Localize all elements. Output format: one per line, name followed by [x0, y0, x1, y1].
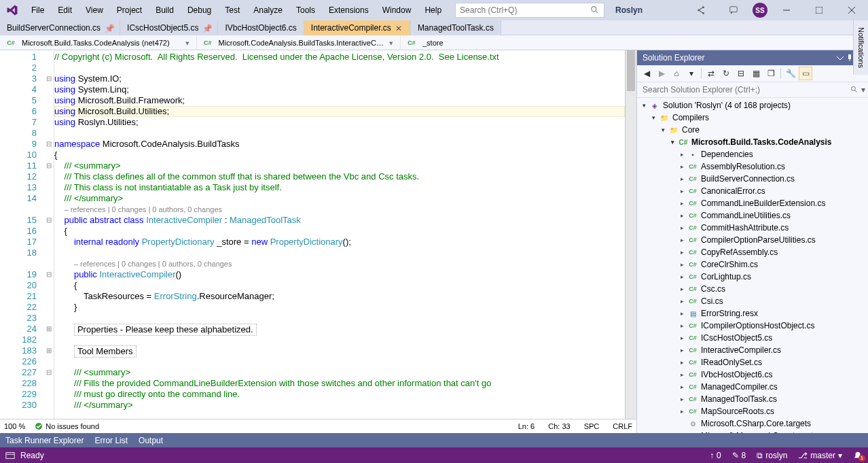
tab[interactable]: BuildServerConnection.cs📌 — [0, 20, 120, 35]
menu-debug[interactable]: Debug — [182, 3, 217, 18]
menu-edit[interactable]: Edit — [52, 3, 77, 18]
tree-twisty[interactable] — [678, 236, 686, 244]
repository-name[interactable]: ⧉ roslyn — [757, 451, 787, 460]
tree-twisty[interactable] — [668, 138, 676, 146]
maximize-button[interactable] — [806, 1, 833, 20]
fold-toggle[interactable]: ⊟ — [43, 269, 54, 280]
sync-icon[interactable]: ⇄ — [704, 67, 718, 80]
breadcrumb-item[interactable]: C#Microsoft.CodeAnalysis.BuildTasks.Inte… — [197, 35, 401, 50]
tab[interactable]: ICscHostObject5.cs📌 — [120, 20, 218, 35]
tree-item[interactable]: C#CoreClrShim.cs — [637, 258, 868, 271]
tree-twisty[interactable] — [678, 297, 686, 305]
tree-twisty[interactable] — [678, 224, 686, 232]
user-avatar[interactable]: SS — [753, 3, 767, 18]
close-button[interactable] — [838, 1, 865, 20]
tree-twisty[interactable] — [678, 346, 686, 354]
unpushed-commits[interactable]: ↑ 0 — [710, 451, 721, 460]
close-icon[interactable]: ✕ — [395, 24, 403, 32]
tree-item[interactable]: ◈Solution 'Roslyn' (4 of 168 projects) — [637, 99, 868, 112]
tree-twisty[interactable] — [678, 260, 686, 269]
tree-twisty[interactable] — [678, 285, 686, 293]
chevron-down-icon[interactable]: ▾ — [861, 85, 865, 95]
back-icon[interactable]: ◀ — [640, 67, 653, 80]
tree-twisty[interactable] — [659, 126, 667, 134]
tree-item[interactable]: C#CommandLineUtilities.cs — [637, 209, 868, 222]
quick-search[interactable] — [455, 3, 604, 18]
share-icon[interactable] — [687, 1, 715, 20]
menu-file[interactable]: File — [26, 3, 50, 18]
tree-twisty[interactable] — [678, 383, 686, 391]
tree-twisty[interactable] — [678, 211, 686, 220]
fold-toggle[interactable]: ⊞ — [43, 345, 54, 356]
menu-extensions[interactable]: Extensions — [323, 3, 374, 18]
tree-item[interactable]: C#ManagedCompiler.cs — [637, 381, 868, 393]
tree-twisty[interactable] — [678, 371, 686, 379]
tree-item[interactable]: C#CorLightup.cs — [637, 271, 868, 283]
issues-indicator[interactable]: No issues found — [35, 422, 99, 430]
switch-views-icon[interactable]: ▾ — [685, 67, 698, 80]
zoom-level[interactable]: 100 % — [4, 422, 25, 430]
code-view[interactable]: 1234567891011121314151617181920212223241… — [0, 50, 636, 419]
tree-twisty[interactable] — [678, 322, 686, 330]
fold-toggle[interactable]: ⊟ — [43, 139, 54, 150]
menu-project[interactable]: Project — [111, 3, 147, 18]
dropdown-icon[interactable] — [837, 54, 844, 61]
tree-twisty[interactable] — [649, 114, 657, 122]
solution-search-input[interactable] — [640, 85, 850, 95]
tree-twisty[interactable] — [678, 199, 686, 207]
tree-item[interactable]: ⚙Microsoft.CSharp.Core.targets — [637, 417, 868, 430]
tree-twisty[interactable] — [678, 162, 686, 171]
tree-item[interactable]: C#CommitHashAttribute.cs — [637, 222, 868, 234]
tree-twisty[interactable] — [678, 187, 686, 195]
tree-item[interactable]: C#CopyRefAssembly.cs — [637, 246, 868, 258]
tree-twisty[interactable] — [678, 273, 686, 281]
fold-toggle[interactable]: ⊟ — [43, 215, 54, 226]
line-indicator[interactable]: Ln: 6 — [518, 422, 535, 430]
solution-explorer-header[interactable]: Solution Explorer — [637, 50, 868, 65]
tab[interactable]: InteractiveCompiler.cs✕ — [304, 20, 411, 35]
vertical-scrollbar[interactable] — [625, 50, 636, 419]
pin-icon[interactable]: 📌 — [105, 24, 113, 32]
tree-twisty[interactable] — [678, 248, 686, 256]
column-indicator[interactable]: Ch: 33 — [548, 422, 570, 430]
menu-test[interactable]: Test — [219, 3, 245, 18]
show-all-icon[interactable]: ▦ — [749, 67, 763, 80]
tab[interactable]: ManagedToolTask.cs — [411, 20, 501, 35]
collapse-icon[interactable]: ⊟ — [734, 67, 748, 80]
fold-toggle[interactable]: ⊞ — [43, 324, 54, 335]
tree-twisty[interactable] — [678, 407, 686, 415]
tree-twisty[interactable] — [678, 358, 686, 366]
tree-item[interactable]: C#InteractiveCompiler.cs — [637, 344, 868, 356]
tree-twisty[interactable] — [678, 395, 686, 403]
branch-name[interactable]: ⎇ master ▾ — [798, 451, 842, 460]
menu-analyze[interactable]: Analyze — [248, 3, 288, 18]
pending-changes[interactable]: ✎ 8 — [732, 451, 746, 460]
chevron-down-icon[interactable]: ▾ — [389, 39, 395, 48]
tree-item[interactable]: C#MapSourceRoots.cs — [637, 405, 868, 417]
indent-mode[interactable]: SPC — [584, 422, 600, 430]
solution-tree[interactable]: ◈Solution 'Roslyn' (4 of 168 projects)📁C… — [637, 98, 868, 433]
fold-toggle[interactable]: ⊟ — [43, 367, 54, 378]
refresh-icon[interactable]: ↻ — [719, 67, 733, 80]
tree-item[interactable]: C#IReadOnlySet.cs — [637, 356, 868, 368]
tree-item[interactable]: C#CommandLineBuilderExtension.cs — [637, 197, 868, 209]
menu-tools[interactable]: Tools — [291, 3, 321, 18]
preview-icon[interactable]: ▭ — [799, 67, 812, 80]
menu-view[interactable]: View — [80, 3, 109, 18]
fold-toggle[interactable]: ⊟ — [43, 160, 54, 171]
properties-icon[interactable]: 🔧 — [784, 67, 797, 80]
notifications-icon[interactable]: 1 — [853, 451, 863, 460]
toolwindow-tab[interactable]: Output — [139, 436, 163, 445]
menu-window[interactable]: Window — [377, 3, 417, 18]
tree-item[interactable]: C#CompilerOptionParseUtilities.cs — [637, 234, 868, 246]
tree-item[interactable]: C#AssemblyResolution.cs — [637, 160, 868, 173]
tree-item[interactable]: C#Csc.cs — [637, 283, 868, 295]
line-ending[interactable]: CRLF — [613, 422, 632, 430]
tree-item[interactable]: C#ManagedToolTask.cs — [637, 393, 868, 405]
scroll-thumb[interactable] — [627, 50, 635, 91]
tree-item[interactable]: C#Csi.cs — [637, 295, 868, 307]
tree-item[interactable]: ▤ErrorString.resx — [637, 307, 868, 320]
tree-item[interactable]: ▪Dependencies — [637, 148, 868, 160]
solution-explorer-search[interactable]: ▾ — [637, 82, 868, 98]
quick-search-input[interactable] — [460, 5, 590, 15]
